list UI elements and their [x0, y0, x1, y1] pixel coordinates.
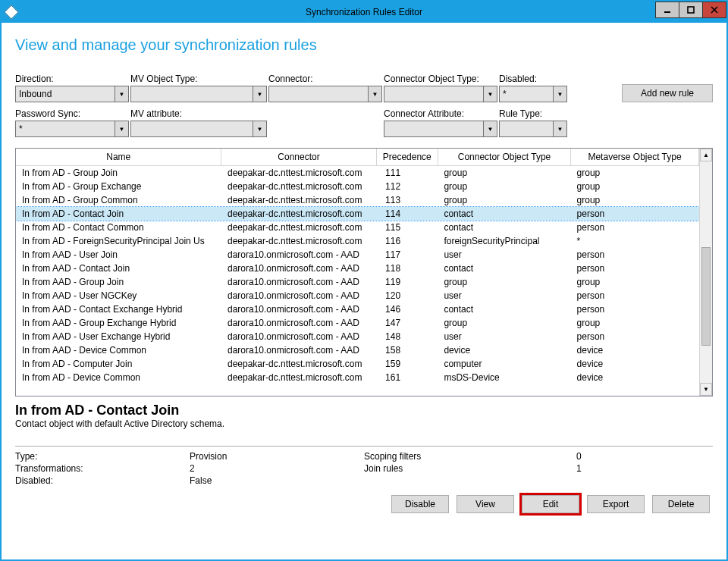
cell: contact: [438, 302, 570, 316]
cell: deepakar-dc.nttest.microsoft.com: [221, 193, 376, 207]
view-button[interactable]: View: [457, 495, 514, 513]
cell: 120: [376, 289, 438, 302]
vertical-scrollbar[interactable]: ▲ ▼: [699, 149, 712, 396]
cell: deepakar-dc.nttest.microsoft.com: [221, 234, 376, 248]
cell: contact: [438, 262, 570, 275]
close-button[interactable]: [702, 2, 726, 18]
cell: In from AAD - User Join: [16, 248, 221, 262]
column-header[interactable]: Connector: [221, 149, 376, 166]
password-sync-label: Password Sync:: [15, 108, 129, 119]
table-row[interactable]: In from AAD - Group Joindarora10.onmicro…: [16, 275, 699, 289]
table-row[interactable]: In from AD - Device Commondeepakar-dc.nt…: [16, 371, 699, 384]
cell: 112: [376, 180, 438, 193]
transformations-label: Transformations:: [15, 463, 190, 474]
cell: deepakar-dc.nttest.microsoft.com: [221, 180, 376, 193]
cell: 147: [376, 316, 438, 330]
cell: 113: [376, 193, 438, 207]
titlebar[interactable]: Synchronization Rules Editor: [2, 2, 726, 23]
cell: person: [571, 207, 699, 221]
scoping-filters-label: Scoping filters: [364, 451, 516, 462]
cell: darora10.onmicrosoft.com - AAD: [221, 289, 376, 302]
delete-button[interactable]: Delete: [652, 495, 710, 513]
cell: device: [571, 357, 699, 371]
mv-attribute-dropdown[interactable]: ▼: [130, 121, 267, 137]
column-header[interactable]: Metaverse Object Type: [571, 149, 699, 166]
cell: In from AD - Group Join: [16, 166, 221, 180]
cell: person: [571, 302, 699, 316]
table-row[interactable]: In from AD - Group Commondeepakar-dc.ntt…: [16, 193, 699, 207]
cell: contact: [438, 207, 570, 221]
cell: person: [571, 289, 699, 302]
table-row[interactable]: In from AD - Group Exchangedeepakar-dc.n…: [16, 180, 699, 193]
column-header[interactable]: Precedence: [376, 149, 438, 166]
table-row[interactable]: In from AD - Computer Joindeepakar-dc.nt…: [16, 357, 699, 371]
cell: deepakar-dc.nttest.microsoft.com: [221, 166, 376, 180]
connector-label: Connector:: [268, 74, 382, 84]
mv-object-type-label: MV Object Type:: [130, 74, 267, 84]
detail-subtitle: Contact object with default Active Direc…: [15, 418, 713, 429]
mv-attribute-label: MV attribute:: [130, 108, 267, 119]
table-row[interactable]: In from AAD - Group Exchange Hybriddaror…: [16, 316, 699, 330]
cell: darora10.onmicrosoft.com - AAD: [221, 330, 376, 343]
connector-object-type-dropdown[interactable]: ▼: [384, 86, 497, 102]
column-header[interactable]: Name: [16, 149, 221, 166]
table-row[interactable]: In from AAD - User Exchange Hybriddarora…: [16, 330, 699, 343]
cell: group: [571, 275, 699, 289]
scroll-up-button[interactable]: ▲: [700, 149, 712, 161]
cell: 159: [376, 357, 438, 371]
page-title: View and manage your synchronization rul…: [15, 36, 713, 54]
action-buttons: Disable View Edit Export Delete: [15, 495, 713, 513]
table-row[interactable]: In from AD - Contact Joindeepakar-dc.ntt…: [16, 207, 699, 221]
cell: In from AD - Device Common: [16, 371, 221, 384]
table-row[interactable]: In from AD - Group Joindeepakar-dc.nttes…: [16, 166, 699, 180]
rules-table[interactable]: NameConnectorPrecedenceConnector Object …: [16, 149, 699, 384]
window-controls: [656, 2, 726, 18]
cell: user: [438, 289, 570, 302]
cell: contact: [438, 221, 570, 234]
divider: [15, 446, 713, 447]
cell: 161: [376, 371, 438, 384]
chevron-down-icon: ▼: [368, 86, 381, 102]
cell: device: [438, 343, 570, 357]
connector-dropdown[interactable]: ▼: [268, 86, 382, 102]
column-header[interactable]: Connector Object Type: [438, 149, 570, 166]
cell: group: [571, 316, 699, 330]
cell: darora10.onmicrosoft.com - AAD: [221, 262, 376, 275]
connector-attribute-dropdown[interactable]: ▼: [384, 121, 497, 137]
minimize-button[interactable]: [655, 2, 679, 18]
add-new-rule-button[interactable]: Add new rule: [622, 84, 713, 102]
cell: group: [438, 316, 570, 330]
rule-type-dropdown[interactable]: ▼: [499, 121, 567, 137]
cell: 117: [376, 248, 438, 262]
export-button[interactable]: Export: [587, 495, 645, 513]
cell: In from AAD - Group Exchange Hybrid: [16, 316, 221, 330]
disable-button[interactable]: Disable: [391, 495, 449, 513]
cell: 146: [376, 302, 438, 316]
cell: In from AD - Group Exchange: [16, 180, 221, 193]
table-row[interactable]: In from AAD - Contact Exchange Hybriddar…: [16, 302, 699, 316]
scroll-thumb[interactable]: [701, 247, 711, 346]
table-row[interactable]: In from AAD - Device Commondarora10.onmi…: [16, 343, 699, 357]
cell: darora10.onmicrosoft.com - AAD: [221, 275, 376, 289]
cell: In from AAD - User Exchange Hybrid: [16, 330, 221, 343]
chevron-down-icon: ▼: [483, 121, 497, 136]
cell: 148: [376, 330, 438, 343]
table-row[interactable]: In from AAD - User Joindarora10.onmicros…: [16, 248, 699, 262]
mv-object-type-dropdown[interactable]: ▼: [130, 86, 267, 102]
disabled-dropdown[interactable]: *▼: [499, 86, 567, 102]
password-sync-dropdown[interactable]: *▼: [15, 121, 129, 137]
cell: In from AD - Group Common: [16, 193, 221, 207]
edit-button[interactable]: Edit: [522, 495, 579, 513]
maximize-button[interactable]: [679, 2, 703, 18]
direction-label: Direction:: [15, 74, 129, 84]
table-row[interactable]: In from AD - ForeignSecurityPrincipal Jo…: [16, 234, 699, 248]
table-row[interactable]: In from AAD - User NGCKeydarora10.onmicr…: [16, 289, 699, 302]
scroll-down-button[interactable]: ▼: [700, 383, 712, 396]
cell: user: [438, 330, 570, 343]
chevron-down-icon: ▼: [115, 86, 128, 102]
table-row[interactable]: In from AD - Contact Commondeepakar-dc.n…: [16, 221, 699, 234]
cell: group: [438, 193, 570, 207]
content: View and manage your synchronization rul…: [2, 23, 726, 559]
table-row[interactable]: In from AAD - Contact Joindarora10.onmic…: [16, 262, 699, 275]
direction-dropdown[interactable]: Inbound▼: [15, 86, 129, 102]
